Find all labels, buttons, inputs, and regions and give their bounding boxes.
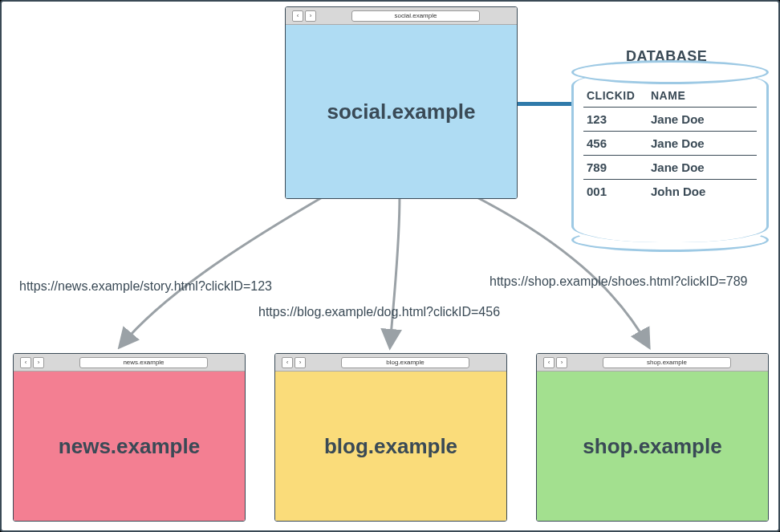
nav-buttons: ‹ › xyxy=(292,10,316,22)
page-title: social.example xyxy=(327,99,476,124)
page-title: blog.example xyxy=(324,434,457,459)
nav-buttons: ‹ › xyxy=(282,357,306,368)
db-cell-name: Jane Doe xyxy=(651,112,754,126)
browser-body: news.example xyxy=(14,372,245,521)
link-label-blog: https://blog.example/dog.html?clickID=45… xyxy=(258,305,500,319)
browser-news: ‹ › news.example news.example xyxy=(13,353,246,522)
back-button[interactable]: ‹ xyxy=(543,357,555,368)
page-title: news.example xyxy=(59,434,200,459)
database-table: CLICKID NAME 123 Jane Doe 456 Jane Doe 7… xyxy=(583,84,757,234)
db-header-row: CLICKID NAME xyxy=(583,84,757,108)
db-cell-id: 789 xyxy=(587,160,651,174)
url-bar[interactable]: shop.example xyxy=(603,357,731,368)
browser-chrome: ‹ › blog.example xyxy=(275,354,506,372)
nav-buttons: ‹ › xyxy=(543,357,567,368)
db-cell-id: 001 xyxy=(587,185,651,198)
link-label-news: https://news.example/story.html?clickID=… xyxy=(19,279,272,294)
browser-body: social.example xyxy=(286,25,517,198)
back-button[interactable]: ‹ xyxy=(282,357,293,368)
db-cell-id: 456 xyxy=(587,136,651,150)
browser-social: ‹ › social.example social.example xyxy=(285,6,518,199)
forward-button[interactable]: › xyxy=(305,10,316,22)
url-bar[interactable]: social.example xyxy=(351,10,480,22)
db-connector-line xyxy=(518,102,574,106)
page-title: shop.example xyxy=(583,434,721,459)
url-bar[interactable]: blog.example xyxy=(341,357,469,368)
forward-button[interactable]: › xyxy=(295,357,306,368)
db-cell-name: Jane Doe xyxy=(651,160,754,174)
db-cell-name: Jane Doe xyxy=(651,136,754,150)
db-row: 123 Jane Doe xyxy=(583,108,757,132)
browser-chrome: ‹ › news.example xyxy=(14,354,245,372)
nav-buttons: ‹ › xyxy=(20,357,44,368)
db-row: 001 John Doe xyxy=(583,180,757,203)
forward-button[interactable]: › xyxy=(33,357,44,368)
database-cylinder: CLICKID NAME 123 Jane Doe 456 Jane Doe 7… xyxy=(571,70,769,242)
db-col-clickid: CLICKID xyxy=(587,89,651,102)
url-bar[interactable]: news.example xyxy=(79,357,208,368)
forward-button[interactable]: › xyxy=(556,357,567,368)
browser-shop: ‹ › shop.example shop.example xyxy=(536,353,769,522)
browser-body: blog.example xyxy=(275,372,506,521)
browser-blog: ‹ › blog.example blog.example xyxy=(274,353,507,522)
db-cell-name: John Doe xyxy=(651,185,754,198)
browser-body: shop.example xyxy=(537,372,768,521)
db-cell-id: 123 xyxy=(587,112,651,126)
back-button[interactable]: ‹ xyxy=(292,10,303,22)
db-col-name: NAME xyxy=(651,89,754,102)
db-row: 789 Jane Doe xyxy=(583,156,757,180)
diagram-canvas: ‹ › social.example social.example DATABA… xyxy=(0,0,780,532)
db-row: 456 Jane Doe xyxy=(583,132,757,156)
browser-chrome: ‹ › shop.example xyxy=(537,354,768,372)
link-label-shop: https://shop.example/shoes.html?clickID=… xyxy=(490,274,748,289)
browser-chrome: ‹ › social.example xyxy=(286,7,517,25)
back-button[interactable]: ‹ xyxy=(20,357,31,368)
